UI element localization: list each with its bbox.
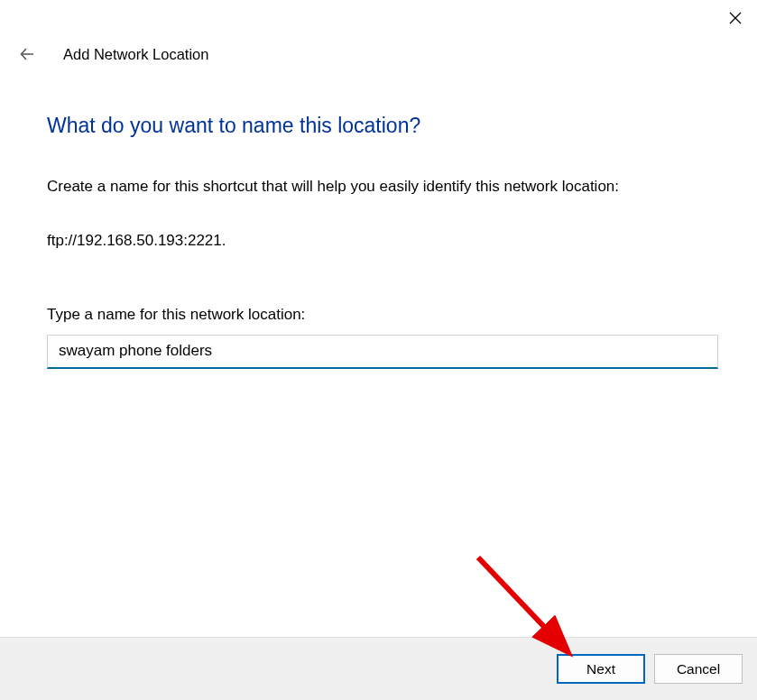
description-text: Create a name for this shortcut that wil… — [47, 176, 716, 198]
wizard-footer: Next Cancel — [0, 637, 757, 700]
page-heading: What do you want to name this location? — [47, 114, 716, 138]
close-icon — [729, 12, 742, 24]
back-button[interactable] — [16, 43, 38, 65]
header-row: Add Network Location — [0, 36, 757, 65]
content-area: What do you want to name this location? … — [0, 65, 757, 369]
back-arrow-icon — [19, 46, 35, 62]
wizard-title: Add Network Location — [63, 46, 208, 63]
svg-line-4 — [478, 557, 566, 649]
location-name-input[interactable] — [47, 335, 718, 369]
close-button[interactable] — [725, 7, 746, 29]
cancel-button[interactable]: Cancel — [654, 654, 743, 684]
titlebar — [0, 0, 757, 36]
network-address: ftp://192.168.50.193:2221. — [47, 232, 716, 250]
next-button[interactable]: Next — [557, 654, 645, 684]
input-label: Type a name for this network location: — [47, 306, 716, 324]
